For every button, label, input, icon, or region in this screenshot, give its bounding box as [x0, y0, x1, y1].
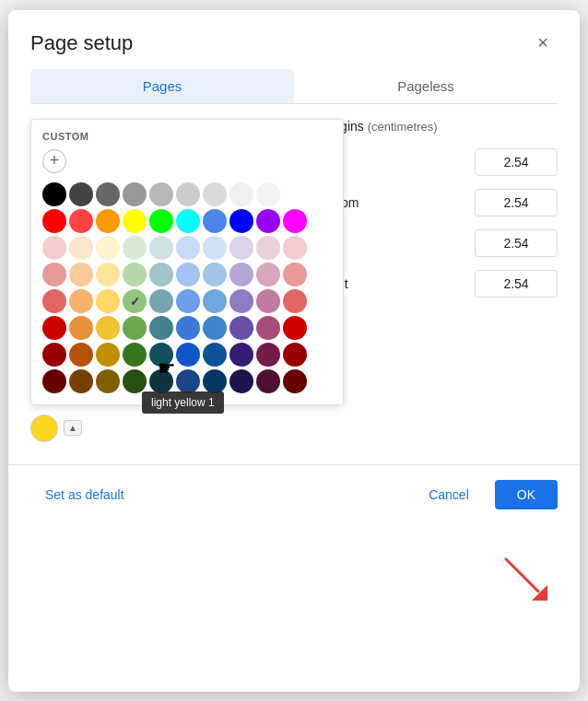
color-swatch[interactable] — [69, 263, 93, 286]
color-swatch[interactable] — [149, 369, 173, 393]
margin-input-top[interactable] — [475, 148, 558, 176]
color-swatch[interactable] — [149, 343, 173, 367]
color-swatch[interactable] — [69, 209, 93, 233]
color-swatch[interactable] — [149, 236, 173, 260]
color-swatch[interactable] — [283, 209, 307, 233]
color-swatch[interactable] — [42, 182, 66, 206]
color-swatch[interactable] — [69, 343, 93, 367]
color-swatch[interactable] — [283, 369, 307, 393]
color-swatch[interactable] — [176, 316, 200, 340]
color-swatch[interactable] — [203, 343, 227, 367]
color-swatch[interactable] — [256, 182, 280, 206]
color-swatch[interactable] — [123, 263, 147, 286]
color-swatch[interactable] — [149, 316, 173, 340]
current-color-swatch[interactable] — [30, 415, 58, 442]
color-swatch[interactable] — [256, 263, 280, 286]
color-swatch[interactable] — [229, 182, 253, 206]
color-swatch[interactable] — [149, 182, 173, 206]
color-swatch[interactable] — [203, 316, 227, 340]
margin-input-right[interactable] — [475, 270, 558, 298]
color-swatch[interactable] — [176, 369, 200, 393]
color-swatch[interactable] — [123, 369, 147, 393]
tab-pages[interactable]: Pages — [30, 69, 294, 103]
color-swatch[interactable] — [176, 182, 200, 206]
color-swatch[interactable] — [123, 209, 147, 233]
color-swatch[interactable] — [256, 209, 280, 233]
color-swatch[interactable] — [256, 369, 280, 393]
swatch-arrow-button[interactable]: ▲ — [64, 420, 82, 436]
color-swatch[interactable] — [69, 182, 93, 206]
color-swatch[interactable] — [283, 289, 307, 313]
color-swatch[interactable] — [123, 316, 147, 340]
color-swatch[interactable] — [229, 263, 253, 286]
color-row — [42, 182, 332, 206]
tabs-row: Pages Pageless — [30, 69, 558, 104]
color-swatch[interactable] — [229, 209, 253, 233]
margin-input-bottom[interactable] — [475, 189, 558, 216]
color-swatch[interactable] — [42, 316, 66, 340]
color-swatch[interactable] — [283, 236, 307, 260]
color-swatch[interactable] — [229, 289, 253, 313]
ok-button[interactable]: OK — [495, 480, 558, 509]
color-swatch[interactable] — [96, 343, 120, 367]
color-tooltip: light yellow 1 — [142, 391, 224, 414]
color-swatch[interactable] — [256, 316, 280, 340]
color-swatch[interactable] — [203, 263, 227, 286]
color-swatch[interactable] — [149, 289, 173, 313]
color-swatch[interactable] — [176, 263, 200, 286]
color-swatch[interactable] — [96, 182, 120, 206]
color-swatch[interactable] — [256, 236, 280, 260]
color-swatch[interactable] — [203, 289, 227, 313]
color-swatch[interactable] — [229, 343, 253, 367]
color-swatch[interactable] — [42, 343, 66, 367]
color-swatch[interactable] — [203, 236, 227, 260]
color-swatch[interactable] — [69, 289, 93, 313]
dialog-footer: Set as default Cancel OK — [8, 464, 580, 524]
cancel-button[interactable]: Cancel — [410, 480, 488, 509]
color-swatch[interactable] — [123, 236, 147, 260]
margin-input-left[interactable] — [475, 229, 558, 257]
color-swatch[interactable] — [256, 343, 280, 367]
color-swatch[interactable] — [203, 182, 227, 206]
color-swatch[interactable] — [149, 209, 173, 233]
color-swatch[interactable] — [42, 369, 66, 393]
color-row — [42, 289, 332, 313]
color-swatch[interactable] — [176, 289, 200, 313]
color-swatch[interactable] — [42, 289, 66, 313]
color-swatch[interactable] — [176, 209, 200, 233]
color-swatch[interactable] — [203, 369, 227, 393]
color-swatch[interactable] — [256, 289, 280, 313]
color-swatch[interactable] — [149, 263, 173, 286]
color-swatch[interactable] — [96, 289, 120, 313]
margin-row: Bottom — [318, 189, 558, 216]
color-swatch[interactable] — [42, 263, 66, 286]
tab-pageless[interactable]: Pageless — [294, 69, 558, 103]
color-swatch[interactable] — [96, 263, 120, 286]
color-swatch[interactable] — [96, 236, 120, 260]
color-swatch[interactable] — [96, 209, 120, 233]
color-swatch[interactable] — [283, 263, 307, 286]
color-swatch[interactable] — [123, 343, 147, 367]
color-swatch[interactable] — [69, 316, 93, 340]
color-swatch[interactable] — [69, 369, 93, 393]
color-swatch[interactable] — [229, 316, 253, 340]
color-swatch[interactable] — [203, 209, 227, 233]
color-swatch[interactable] — [229, 236, 253, 260]
color-swatch[interactable] — [283, 316, 307, 340]
color-swatch[interactable] — [283, 182, 307, 206]
color-swatch[interactable] — [123, 289, 147, 313]
color-swatch[interactable] — [176, 343, 200, 367]
color-swatch[interactable] — [96, 316, 120, 340]
color-swatch[interactable] — [42, 236, 66, 260]
set-as-default-button[interactable]: Set as default — [30, 480, 139, 509]
color-swatch[interactable] — [96, 369, 120, 393]
color-swatch[interactable] — [69, 236, 93, 260]
color-swatch[interactable] — [283, 343, 307, 367]
close-button[interactable]: × — [528, 29, 558, 58]
dialog-header: Page setup × — [8, 10, 580, 69]
color-swatch[interactable] — [229, 369, 253, 393]
add-custom-color-button[interactable]: + — [42, 149, 66, 173]
color-swatch[interactable] — [176, 236, 200, 260]
color-swatch[interactable] — [123, 182, 147, 206]
color-swatch[interactable] — [42, 209, 66, 233]
